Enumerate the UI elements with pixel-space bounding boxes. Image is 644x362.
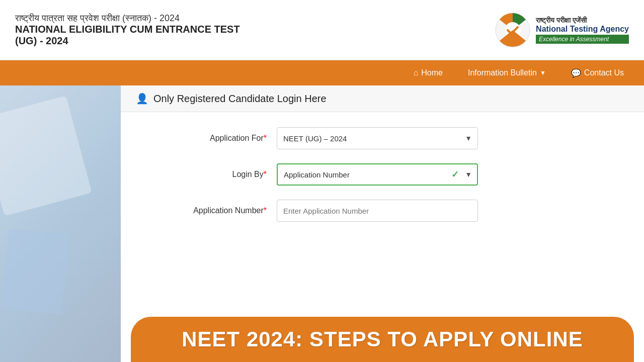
info-bulletin-label[interactable]: Information Bulletin <box>468 68 537 77</box>
application-for-row: Application For* NEET (UG) – 2024 ▼ <box>136 127 629 149</box>
login-by-select[interactable]: Application Number <box>277 163 478 186</box>
user-icon: 👤 <box>136 93 148 105</box>
home-label[interactable]: Home <box>421 68 443 77</box>
nta-hindi-text: राष्ट्रीय परीक्षा एजेंसी <box>536 16 629 25</box>
banner-text: NEET 2024: STEPS TO APPLY ONLINE <box>182 327 583 351</box>
nta-text-block: राष्ट्रीय परीक्षा एजेंसी National Testin… <box>536 16 629 44</box>
form-section-header: 👤 Only Registered Candidate Login Here <box>121 85 644 112</box>
login-by-row: Login By* Application Number ✓ ▼ <box>136 163 629 186</box>
contact-icon: 💬 <box>571 68 581 78</box>
main-content-area: 👤 Only Registered Candidate Login Here A… <box>0 85 644 362</box>
application-for-select[interactable]: NEET (UG) – 2024 <box>277 127 478 149</box>
nta-english-text: National Testing Agency <box>536 25 629 34</box>
application-number-row: Application Number* <box>136 200 629 222</box>
page-header: राष्ट्रीय पात्रता सह प्रवेश परीक्षा (स्न… <box>0 0 644 60</box>
contact-us-label[interactable]: Contact Us <box>584 68 624 77</box>
hindi-title: राष्ट्रीय पात्रता सह प्रवेश परीक्षा (स्न… <box>15 13 180 24</box>
navigation-bar: ⌂ Home Information Bulletin ▼ 💬 Contact … <box>0 60 644 85</box>
english-title-line2: (UG) - 2024 <box>15 35 68 47</box>
form-section-title: Only Registered Candidate Login Here <box>153 93 327 105</box>
nta-tagline: Excellence in Assessment <box>536 35 629 44</box>
home-icon: ⌂ <box>414 68 419 77</box>
application-number-label: Application Number* <box>136 206 277 215</box>
application-number-input[interactable] <box>277 200 478 222</box>
login-by-select-wrapper[interactable]: Application Number ✓ ▼ <box>277 163 478 186</box>
nav-home[interactable]: ⌂ Home <box>414 68 443 77</box>
application-for-select-wrapper[interactable]: NEET (UG) – 2024 ▼ <box>277 127 478 149</box>
required-marker-2: * <box>264 170 267 178</box>
english-title-line1: NATIONAL ELIGIBILITY CUM ENTRANCE TEST <box>15 24 240 35</box>
login-form-panel: 👤 Only Registered Candidate Login Here A… <box>121 85 644 362</box>
application-for-label: Application For* <box>136 134 277 143</box>
nav-contact-us[interactable]: 💬 Contact Us <box>571 68 624 78</box>
left-background-panel <box>0 85 121 362</box>
form-body: Application For* NEET (UG) – 2024 ▼ Logi… <box>121 112 644 246</box>
login-by-label: Login By* <box>136 170 277 179</box>
nav-information-bulletin[interactable]: Information Bulletin ▼ <box>468 68 546 77</box>
nta-logo-area: राष्ट्रीय परीक्षा एजेंसी National Testin… <box>495 12 629 48</box>
required-marker-3: * <box>264 206 267 215</box>
required-marker: * <box>264 134 267 142</box>
orange-promo-banner: NEET 2024: STEPS TO APPLY ONLINE <box>131 317 634 362</box>
header-titles: राष्ट्रीय पात्रता सह प्रवेश परीक्षा (स्न… <box>15 13 240 47</box>
chevron-down-icon: ▼ <box>540 69 546 76</box>
nta-logo-svg <box>495 12 531 48</box>
